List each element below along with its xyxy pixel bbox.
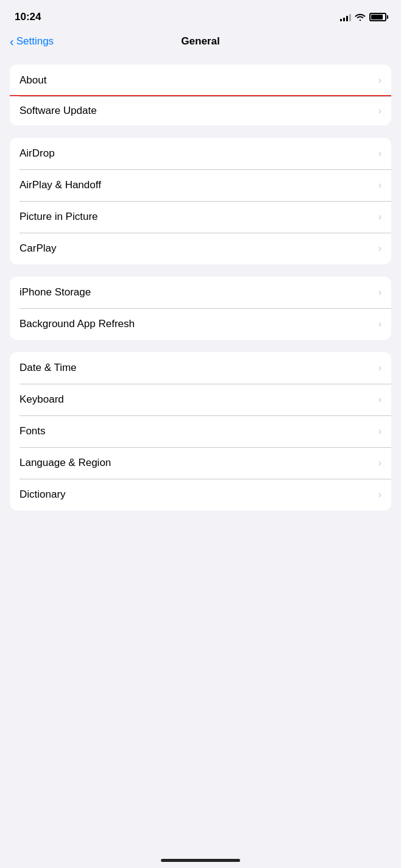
language-region-label: Language & Region [20, 457, 111, 469]
signal-icon [340, 13, 351, 21]
fonts-chevron-icon: › [378, 426, 381, 437]
iphone-storage-row[interactable]: iPhone Storage › [10, 277, 391, 308]
about-chevron-icon: › [378, 75, 381, 86]
picture-in-picture-row[interactable]: Picture in Picture › [10, 201, 391, 233]
status-bar: 10:24 [0, 0, 401, 30]
date-time-label: Date & Time [20, 362, 77, 374]
language-region-chevron-icon: › [378, 457, 381, 468]
software-update-label: Software Update [20, 105, 97, 117]
about-row[interactable]: About › [10, 65, 391, 96]
carplay-label: CarPlay [20, 242, 56, 255]
dictionary-row[interactable]: Dictionary › [10, 479, 391, 510]
back-label: Settings [16, 35, 54, 48]
software-update-chevron-icon: › [378, 105, 381, 116]
settings-back-button[interactable]: ‹ Settings [10, 35, 54, 48]
page-title: General [181, 35, 219, 48]
battery-icon [369, 13, 386, 21]
status-time: 10:24 [15, 11, 41, 23]
airdrop-label: AirDrop [20, 147, 55, 160]
about-label: About [20, 74, 46, 86]
settings-group-1: About › Software Update › [10, 65, 391, 125]
keyboard-chevron-icon: › [378, 394, 381, 405]
airdrop-chevron-icon: › [378, 148, 381, 159]
status-icons [340, 13, 386, 21]
airplay-handoff-label: AirPlay & Handoff [20, 179, 101, 191]
dictionary-chevron-icon: › [378, 489, 381, 500]
fonts-label: Fonts [20, 425, 46, 437]
wifi-icon [355, 13, 366, 21]
home-indicator [161, 859, 240, 862]
fonts-row[interactable]: Fonts › [10, 415, 391, 447]
iphone-storage-label: iPhone Storage [20, 286, 91, 298]
background-app-refresh-chevron-icon: › [378, 319, 381, 330]
keyboard-row[interactable]: Keyboard › [10, 384, 391, 415]
picture-in-picture-label: Picture in Picture [20, 211, 98, 223]
dictionary-label: Dictionary [20, 489, 66, 501]
settings-group-2: AirDrop › AirPlay & Handoff › Picture in… [10, 138, 391, 264]
background-app-refresh-row[interactable]: Background App Refresh › [10, 308, 391, 340]
settings-group-3: iPhone Storage › Background App Refresh … [10, 277, 391, 340]
carplay-chevron-icon: › [378, 243, 381, 254]
airplay-handoff-chevron-icon: › [378, 180, 381, 191]
software-update-row[interactable]: Software Update › [10, 95, 391, 125]
nav-bar: ‹ Settings General [0, 30, 401, 55]
settings-content: About › Software Update › AirDrop › AirP… [0, 55, 401, 532]
keyboard-label: Keyboard [20, 393, 64, 406]
iphone-storage-chevron-icon: › [378, 287, 381, 298]
background-app-refresh-label: Background App Refresh [20, 318, 135, 330]
date-time-chevron-icon: › [378, 362, 381, 373]
language-region-row[interactable]: Language & Region › [10, 447, 391, 479]
settings-group-4: Date & Time › Keyboard › Fonts › Languag… [10, 352, 391, 510]
back-chevron-icon: ‹ [10, 35, 14, 48]
airdrop-row[interactable]: AirDrop › [10, 138, 391, 169]
date-time-row[interactable]: Date & Time › [10, 352, 391, 384]
battery-fill [371, 15, 383, 19]
picture-in-picture-chevron-icon: › [378, 211, 381, 222]
carplay-row[interactable]: CarPlay › [10, 233, 391, 264]
airplay-handoff-row[interactable]: AirPlay & Handoff › [10, 169, 391, 201]
